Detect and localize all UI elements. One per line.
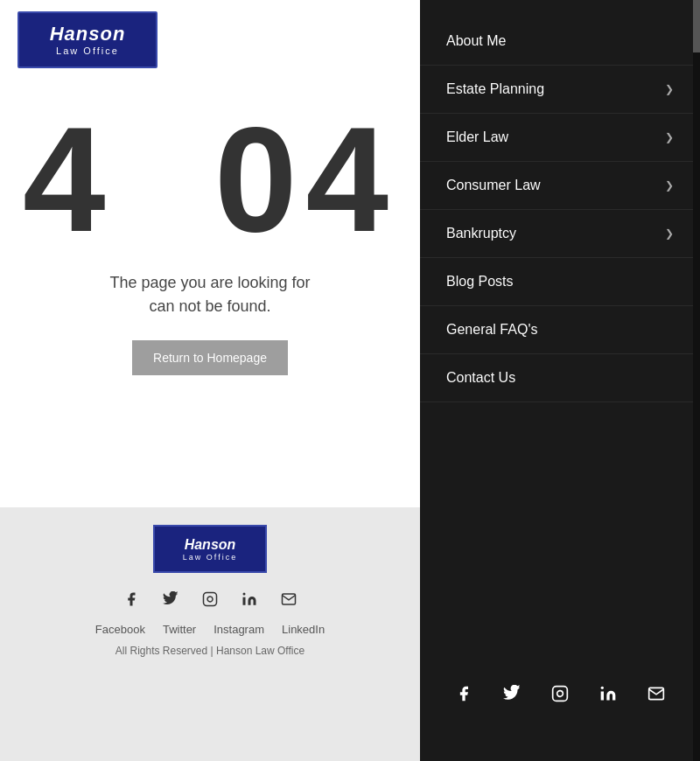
nav-item-label: Consumer Law — [446, 178, 541, 193]
nav-item-label: About Me — [446, 33, 506, 49]
return-homepage-button[interactable]: Return to Homepage — [132, 340, 288, 375]
chevron-down-icon: ❯ — [665, 83, 674, 95]
nav-item-label: Bankruptcy — [446, 226, 516, 241]
nav-item-label: Blog Posts — [446, 274, 513, 290]
footer-logo-subtitle: Law Office — [183, 553, 237, 562]
footer-logo[interactable]: Hanson Law Office — [153, 525, 267, 573]
nav-item-general-faq-s[interactable]: General FAQ's — [420, 306, 700, 354]
nav-item-consumer-law[interactable]: Consumer Law❯ — [420, 162, 700, 210]
footer-facebook-link[interactable]: Facebook — [95, 623, 145, 636]
nav-item-elder-law[interactable]: Elder Law❯ — [420, 114, 700, 162]
svg-point-5 — [601, 686, 604, 688]
nav-item-label: General FAQ's — [446, 322, 537, 338]
footer-facebook-icon[interactable] — [118, 586, 144, 612]
svg-point-2 — [243, 593, 246, 596]
nav-overlay: About MeEstate Planning❯Elder Law❯Consum… — [420, 0, 700, 761]
svg-rect-0 — [204, 593, 217, 606]
nav-item-estate-planning[interactable]: Estate Planning❯ — [420, 66, 700, 114]
nav-social-links — [420, 678, 700, 709]
logo-subtitle: Law Office — [56, 45, 119, 56]
nav-item-bankruptcy[interactable]: Bankruptcy❯ — [420, 210, 700, 258]
nav-mail-icon[interactable] — [641, 678, 672, 709]
footer-links: Facebook Twitter Instagram LinkedIn — [95, 623, 325, 636]
nav-menu: About MeEstate Planning❯Elder Law❯Consum… — [420, 17, 700, 402]
footer-linkedin-link[interactable]: LinkedIn — [282, 623, 325, 636]
scrollbar-thumb[interactable] — [693, 0, 700, 52]
nav-item-label: Contact Us — [446, 370, 515, 386]
nav-instagram-icon[interactable] — [545, 678, 576, 709]
footer-logo-title: Hanson — [185, 537, 236, 553]
logo[interactable]: Hanson Law Office — [18, 11, 158, 68]
svg-rect-3 — [553, 686, 568, 701]
nav-item-about-me[interactable]: About Me — [420, 17, 700, 66]
footer-instagram-icon[interactable] — [197, 586, 223, 612]
footer-social-links — [118, 586, 302, 612]
footer-twitter-link[interactable]: Twitter — [163, 623, 196, 636]
nav-linkedin-icon[interactable] — [593, 678, 624, 709]
footer-copyright: All Rights Reserved | Hanson Law Office — [116, 645, 304, 657]
nav-facebook-icon[interactable] — [449, 678, 480, 709]
chevron-down-icon: ❯ — [665, 131, 674, 143]
nav-item-label: Elder Law — [446, 129, 508, 145]
scrollbar-track[interactable] — [693, 0, 700, 761]
footer-instagram-link[interactable]: Instagram — [214, 623, 264, 636]
nav-item-contact-us[interactable]: Contact Us — [420, 354, 700, 402]
footer-twitter-icon[interactable] — [158, 586, 184, 612]
error-message: The page you are looking for can not be … — [109, 271, 310, 318]
footer-mail-icon[interactable] — [276, 586, 302, 612]
error-code: 4 04 — [23, 105, 397, 254]
footer-linkedin-icon[interactable] — [236, 586, 262, 612]
chevron-down-icon: ❯ — [665, 179, 674, 192]
nav-item-blog-posts[interactable]: Blog Posts — [420, 258, 700, 306]
logo-title: Hanson — [50, 23, 126, 45]
chevron-down-icon: ❯ — [665, 227, 674, 240]
footer: Hanson Law Office Facebook Twitter Insta… — [0, 507, 420, 761]
nav-item-label: Estate Planning — [446, 81, 544, 97]
nav-twitter-icon[interactable] — [497, 678, 528, 709]
